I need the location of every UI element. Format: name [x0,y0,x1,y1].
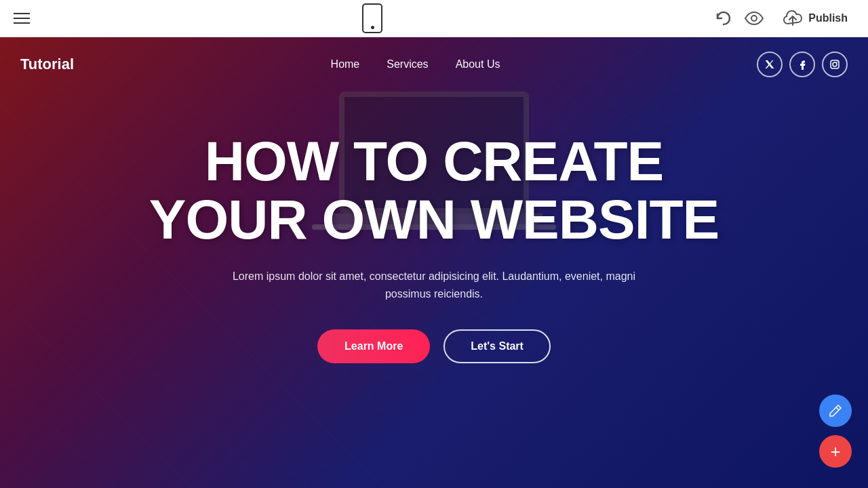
pencil-icon [828,403,843,418]
undo-icon[interactable] [715,11,732,26]
fab-container: + [819,394,852,468]
lets-start-button[interactable]: Let's Start [443,329,551,363]
site-social-links [757,52,848,77]
toolbar: Publish [0,0,868,37]
site-nav-links: Home Services About Us [331,58,500,70]
edit-fab-button[interactable] [819,394,852,427]
hero-content: HOW TO CREATE YOUR OWN WEBSITE Lorem ips… [0,92,868,363]
twitter-button[interactable] [757,52,783,77]
publish-button[interactable]: Publish [776,6,854,30]
site-logo[interactable]: Tutorial [20,56,74,73]
nav-link-home[interactable]: Home [331,58,360,70]
instagram-icon [829,59,840,70]
svg-point-4 [837,62,838,63]
hero-title: HOW TO CREATE YOUR OWN WEBSITE [129,132,739,249]
facebook-icon [797,59,807,70]
site-navbar: Tutorial Home Services About Us [0,37,868,92]
nav-link-about[interactable]: About Us [456,58,500,70]
twitter-icon [764,59,775,70]
mobile-preview-toggle[interactable] [362,3,382,33]
hamburger-menu[interactable] [14,13,30,24]
publish-label: Publish [808,12,848,24]
facebook-button[interactable] [789,52,815,77]
add-fab-button[interactable]: + [819,435,852,468]
preview-icon[interactable] [745,12,764,25]
svg-point-0 [751,16,757,21]
hero-buttons: Learn More Let's Start [14,329,854,363]
toolbar-left [14,13,30,24]
toolbar-center [362,3,382,33]
preview-area: Tutorial Home Services About Us [0,37,868,488]
cloud-upload-icon [783,10,803,26]
hero-title-line2: YOUR OWN WEBSITE [149,188,719,250]
svg-line-5 [836,407,839,410]
hero-title-line1: HOW TO CREATE [205,130,663,192]
learn-more-button[interactable]: Learn More [317,329,430,363]
svg-rect-2 [831,60,839,68]
svg-point-3 [833,62,837,66]
nav-link-services[interactable]: Services [387,58,428,70]
hero-subtitle: Lorem ipsum dolor sit amet, consectetur … [224,268,644,302]
toolbar-right: Publish [715,6,854,30]
instagram-button[interactable] [822,52,848,77]
